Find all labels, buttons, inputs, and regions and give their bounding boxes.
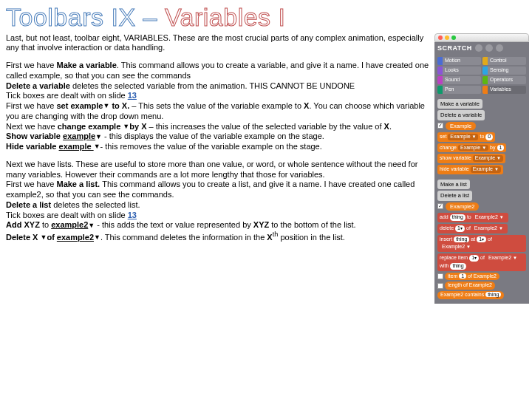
list-checkbox[interactable] (437, 203, 443, 209)
scratch-panel: SCRATCH Motion Control Looks Sensing Sou… (434, 33, 529, 304)
slide-13-link[interactable]: 13 (128, 91, 137, 100)
reporter-checkbox[interactable] (437, 273, 443, 279)
palette-pen[interactable]: Pen (437, 86, 481, 94)
delete-list-button[interactable]: Delete a list (437, 191, 472, 200)
contains-reporter[interactable]: Example2 contains thing (437, 291, 504, 299)
value-input[interactable]: 0 (485, 134, 493, 140)
block-palette: Motion Control Looks Sensing Sound Opera… (434, 55, 529, 97)
variables-paragraph: First we have Make a variable. This comm… (6, 61, 430, 152)
reporter-row: length of Example2 (437, 282, 526, 290)
var-dropdown[interactable]: Example ▼ (473, 155, 503, 162)
main-text-column: Last, but not least, toolbar eight, VARI… (6, 33, 434, 304)
page-title: Toolbars IX – Variables I (0, 0, 532, 33)
zoom-icon[interactable] (451, 35, 456, 40)
dropdown-icon: ▼ (88, 222, 95, 230)
title-part2: Variables I (165, 3, 286, 31)
list-dropdown[interactable]: Example2 ▼ (473, 214, 506, 221)
palette-sensing[interactable]: Sensing (482, 66, 526, 75)
list-reporter[interactable]: Example2 (446, 202, 479, 211)
lists-paragraph: Next we have lists. These are useful to … (6, 160, 430, 243)
dropdown-icon: ▼ (95, 133, 102, 141)
dropdown-icon: ▼ (94, 143, 100, 151)
palette-operators[interactable]: Operators (482, 76, 526, 84)
variable-checkbox[interactable] (437, 123, 443, 129)
list-dropdown[interactable]: Example2 ▼ (440, 244, 473, 250)
palette-motion[interactable]: Motion (437, 57, 481, 65)
value-input[interactable]: 1 (497, 145, 505, 151)
text-input[interactable]: thing (450, 263, 466, 270)
intro-paragraph: Last, but not least, toolbar eight, VARI… (6, 33, 430, 54)
close-icon[interactable] (438, 35, 443, 40)
var-dropdown[interactable]: Example ▼ (458, 145, 488, 151)
reporter-checkbox[interactable] (437, 283, 443, 289)
list-dropdown[interactable]: Example2 ▼ (472, 225, 505, 232)
title-part1: Toolbars IX – (6, 3, 165, 31)
globe-icon[interactable] (475, 44, 482, 52)
text-input[interactable]: thing (450, 214, 466, 221)
palette-looks[interactable]: Looks (437, 66, 481, 75)
make-list-button[interactable]: Make a list (437, 180, 470, 189)
scratch-logo: SCRATCH (437, 44, 472, 52)
set-block[interactable]: set Example ▼ to 0 (437, 132, 495, 142)
palette-sound[interactable]: Sound (437, 76, 481, 84)
text-input[interactable]: thing (454, 236, 469, 243)
reporter-row: Example2 contains thing (437, 291, 526, 299)
index-input[interactable]: 1▾ (455, 225, 465, 232)
var-dropdown[interactable]: Example ▼ (471, 166, 501, 173)
minimize-icon[interactable] (445, 35, 449, 40)
commands-area: Make a variable Delete a variable Exampl… (434, 97, 529, 304)
list-row: Example2 (437, 202, 526, 211)
change-block[interactable]: change Example ▼ by 1 (437, 143, 506, 153)
index-input[interactable]: 1▾ (477, 236, 486, 243)
add-block[interactable]: add thing to Example2 ▼ (437, 213, 508, 222)
delete-item-block[interactable]: delete 1▾ of Example2 ▼ (437, 224, 508, 233)
length-reporter[interactable]: length of Example2 (445, 282, 495, 290)
replace-block[interactable]: replace item 1▾ of Example2 ▼ with thing (437, 253, 526, 271)
index-input[interactable]: 1▾ (469, 255, 479, 262)
list-dropdown[interactable]: Example2 ▼ (486, 255, 519, 262)
slide-13-link[interactable]: 13 (128, 211, 137, 219)
var-dropdown[interactable]: Example ▼ (448, 134, 478, 140)
insert-block[interactable]: insert thing at 1▾ of Example2 ▼ (437, 235, 526, 253)
save-icon[interactable] (485, 44, 493, 52)
variable-reporter[interactable]: Example (446, 122, 476, 130)
variable-row: Example (437, 122, 526, 130)
dropdown-icon: ▼ (123, 123, 129, 131)
palette-variables[interactable]: Variables (482, 86, 526, 94)
reporter-row: item 1 of Example2 (437, 273, 526, 281)
window-titlebar (434, 33, 529, 42)
dropdown-icon: ▼ (94, 233, 100, 242)
hide-variable-block[interactable]: hide variable Example ▼ (437, 165, 503, 174)
palette-control[interactable]: Control (482, 57, 526, 65)
delete-variable-button[interactable]: Delete a variable (437, 110, 485, 120)
make-variable-button[interactable]: Make a variable (437, 99, 482, 109)
scratch-header: SCRATCH (434, 42, 529, 55)
item-reporter[interactable]: item 1 of Example2 (445, 273, 499, 281)
open-icon[interactable] (496, 44, 503, 52)
show-variable-block[interactable]: show variable Example ▼ (437, 154, 505, 163)
